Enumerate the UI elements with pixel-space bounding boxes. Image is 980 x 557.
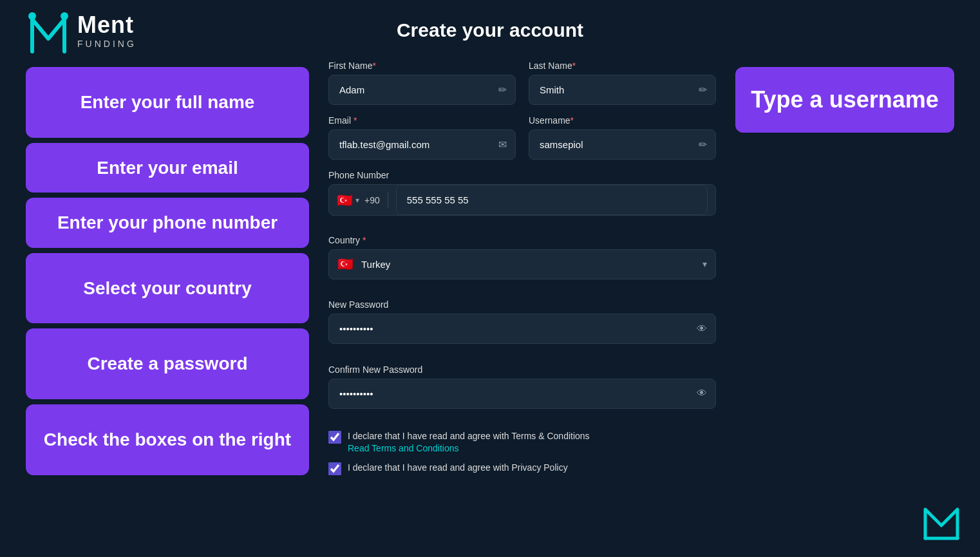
first-name-group: First Name* ✏ bbox=[328, 61, 516, 105]
email-icon: ✉ bbox=[498, 138, 507, 151]
username-group: Username* ✏ bbox=[529, 115, 716, 160]
username-label: Username* bbox=[529, 115, 716, 126]
terms-label: I declare that I have read and agree wit… bbox=[348, 431, 590, 441]
right-hint-panel: Type a username bbox=[735, 61, 954, 475]
country-label: Country * bbox=[328, 235, 716, 245]
username-input[interactable] bbox=[529, 129, 716, 160]
name-row: First Name* ✏ Last Name* ✏ bbox=[328, 61, 716, 105]
hints-panel: Enter your full name Enter your email En… bbox=[26, 61, 309, 475]
eye-icon-confirm[interactable]: 👁 bbox=[697, 388, 707, 399]
page-title: Create your account bbox=[397, 19, 583, 41]
email-username-row: Email * ✉ Username* ✏ bbox=[328, 115, 716, 160]
privacy-checkbox[interactable] bbox=[328, 462, 341, 475]
terms-link[interactable]: Read Terms and Conditions bbox=[348, 443, 590, 453]
first-name-label: First Name* bbox=[328, 61, 516, 71]
last-name-label: Last Name* bbox=[529, 61, 716, 71]
logo-ment: Ment bbox=[77, 12, 137, 39]
phone-input[interactable] bbox=[396, 185, 708, 215]
phone-group: Phone Number 🇹🇷 ▾ +90 bbox=[328, 170, 716, 225]
form-panel: First Name* ✏ Last Name* ✏ bbox=[309, 61, 735, 475]
email-group: Email * ✉ bbox=[328, 115, 516, 160]
username-wrapper: ✏ bbox=[529, 129, 716, 160]
email-input[interactable] bbox=[328, 129, 516, 160]
country-select-wrapper: 🇹🇷 Turkey United States United Kingdom G… bbox=[328, 249, 716, 279]
edit-icon-first: ✏ bbox=[498, 84, 507, 96]
phone-label: Phone Number bbox=[328, 170, 716, 180]
terms-label-group: I declare that I have read and agree wit… bbox=[348, 430, 590, 453]
confirm-password-input[interactable] bbox=[328, 379, 716, 409]
privacy-label: I declare that I have read and agree wit… bbox=[348, 461, 568, 475]
eye-icon-password[interactable]: 👁 bbox=[697, 323, 707, 335]
checkbox-group: I declare that I have read and agree wit… bbox=[328, 430, 716, 475]
phone-divider bbox=[388, 193, 388, 208]
new-password-label: New Password bbox=[328, 299, 716, 310]
email-wrapper: ✉ bbox=[328, 129, 516, 160]
last-name-wrapper: ✏ bbox=[529, 75, 716, 105]
first-name-wrapper: ✏ bbox=[328, 75, 516, 105]
last-name-input[interactable] bbox=[529, 75, 716, 105]
phone-country-code: +90 bbox=[364, 195, 380, 205]
terms-checkbox[interactable] bbox=[328, 431, 341, 444]
confirm-password-label: Confirm New Password bbox=[328, 364, 716, 375]
new-password-group: New Password 👁 bbox=[328, 299, 716, 354]
svg-point-1 bbox=[61, 12, 68, 20]
privacy-checkbox-item: I declare that I have read and agree wit… bbox=[328, 461, 716, 475]
turkey-flag: 🇹🇷 bbox=[337, 193, 353, 208]
username-hint: Type a username bbox=[735, 67, 954, 133]
edit-icon-last: ✏ bbox=[699, 84, 707, 96]
svg-point-0 bbox=[28, 12, 36, 20]
phone-chevron-icon: ▾ bbox=[355, 196, 359, 205]
bottom-logo-mark bbox=[922, 503, 961, 544]
confirm-password-wrapper: 👁 bbox=[328, 379, 716, 409]
logo-funding: FUNDING bbox=[77, 39, 137, 49]
first-name-input[interactable] bbox=[328, 75, 516, 105]
new-password-input[interactable] bbox=[328, 314, 716, 344]
main-layout: Enter your full name Enter your email En… bbox=[26, 61, 954, 475]
logo-icon bbox=[26, 6, 71, 55]
hint-phone: Enter your phone number bbox=[26, 198, 309, 248]
hint-password: Create a password bbox=[26, 328, 309, 399]
edit-icon-username: ✏ bbox=[699, 138, 707, 151]
last-name-group: Last Name* ✏ bbox=[529, 61, 716, 105]
confirm-password-group: Confirm New Password 👁 bbox=[328, 364, 716, 419]
logo-text: Ment FUNDING bbox=[77, 12, 137, 49]
email-label: Email * bbox=[328, 115, 516, 126]
country-select[interactable]: Turkey United States United Kingdom Germ… bbox=[328, 249, 716, 279]
hint-country: Select your country bbox=[26, 253, 309, 324]
hint-full-name: Enter your full name bbox=[26, 67, 309, 138]
new-password-wrapper: 👁 bbox=[328, 314, 716, 344]
header: Ment FUNDING Create your account bbox=[26, 19, 954, 41]
phone-flag: 🇹🇷 ▾ bbox=[337, 193, 359, 208]
country-group: Country * 🇹🇷 Turkey United States United… bbox=[328, 235, 716, 290]
logo: Ment FUNDING bbox=[26, 6, 137, 55]
hint-email: Enter your email bbox=[26, 143, 309, 193]
phone-wrapper[interactable]: 🇹🇷 ▾ +90 bbox=[328, 184, 716, 216]
terms-checkbox-item: I declare that I have read and agree wit… bbox=[328, 430, 716, 453]
hint-checkboxes: Check the boxes on the right bbox=[26, 404, 309, 475]
page-wrapper: Ment FUNDING Create your account Enter y… bbox=[0, 0, 980, 495]
